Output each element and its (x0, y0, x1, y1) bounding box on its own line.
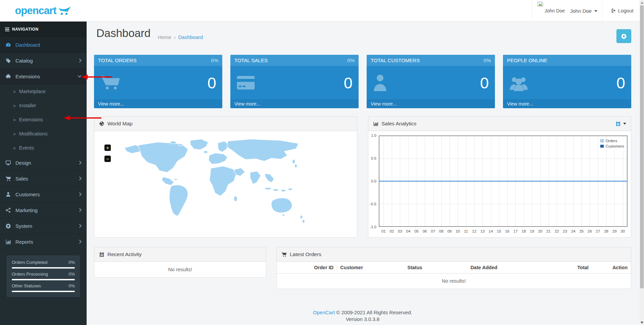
sidebar-item-reports[interactable]: Reports (0, 234, 87, 250)
design-icon (5, 160, 11, 166)
sidebar-item-design[interactable]: Design (0, 155, 87, 171)
sidebar-item-label: Marketing (15, 207, 75, 213)
sales-analytics-panel-header: Sales Analytics (368, 117, 631, 131)
stat-card-percent: 0% (211, 57, 218, 63)
sales-analytics-panel: Sales Analytics 1.00.50.0-0.5-1.0 Orders… (368, 116, 631, 238)
recent-activity-empty-text: No results! (94, 262, 266, 277)
x-tick-label: 13 (480, 229, 485, 233)
world-map-graphic (122, 138, 310, 231)
user-menu-toggle[interactable]: John Doe (570, 8, 597, 14)
sidebar-subitem-marketplace[interactable]: »Marketplace (0, 84, 87, 98)
breadcrumb-separator: › (174, 34, 176, 40)
sidebar-item-sales[interactable]: Sales (0, 171, 87, 187)
top-header-bar: opencart John Doe (0, 0, 640, 22)
world-map[interactable]: + − (94, 131, 357, 237)
x-tick-label: 03 (398, 229, 402, 233)
page-scrollbar[interactable] (640, 0, 644, 325)
stat-value: 0% (68, 260, 75, 265)
y-tick-label: -1.0 (370, 225, 376, 229)
x-tick-label: 05 (414, 229, 419, 233)
sidebar-item-catalog[interactable]: Catalog (0, 53, 87, 69)
scrollbar-thumb[interactable] (640, 5, 644, 288)
opencart-logo[interactable]: opencart (0, 0, 87, 22)
opencart-footer-link[interactable]: OpenCart (313, 310, 335, 315)
map-zoom-in-button[interactable]: + (104, 145, 111, 151)
chevron-right-icon (79, 208, 82, 212)
double-angle-icon: » (13, 131, 16, 136)
calendar-icon (615, 121, 621, 126)
sidebar-item-label: Reports (15, 239, 75, 245)
scrollbar-up-arrow-icon[interactable] (641, 2, 643, 4)
breadcrumb-current-link[interactable]: Dashboard (178, 34, 203, 40)
double-angle-icon: » (13, 103, 16, 108)
recent-activity-panel-header: Recent Activity (94, 247, 266, 262)
sidebar-subitem-installer[interactable]: »Installer (0, 98, 87, 113)
sidebar-menu: DashboardCatalogExtensions»Marketplace»I… (0, 37, 87, 250)
view-more-link[interactable]: View more... (503, 99, 631, 108)
x-tick-label: 15 (497, 229, 501, 233)
user-dropdown[interactable]: John Doe John Doe (536, 1, 600, 21)
sidebar-item-dashboard[interactable]: Dashboard (0, 37, 87, 53)
x-tick-label: 27 (596, 229, 600, 233)
caret-down-icon (594, 10, 597, 12)
stat-card-total-customers: TOTAL CUSTOMERS0%0View more... (367, 55, 495, 108)
user-icon (373, 73, 387, 92)
stat-progress-bar (12, 291, 75, 292)
x-tick-label: 23 (563, 229, 567, 233)
logout-button[interactable]: Logout (608, 0, 636, 21)
legend-entry-orders: Orders (600, 138, 624, 144)
chart-x-axis: 0102030405060708091011121314151617181920… (379, 229, 627, 235)
x-tick-label: 02 (389, 229, 394, 233)
view-more-link[interactable]: View more... (367, 99, 495, 108)
sidebar-item-label: Extensions (15, 74, 73, 79)
chart-gridline (379, 159, 627, 159)
latest-orders-header-row: Order IDCustomerStatusDate AddedTotalAct… (277, 262, 631, 274)
stat-card-header: TOTAL CUSTOMERS0% (367, 55, 495, 66)
stat-value: 0% (68, 283, 75, 288)
sidebar-item-customers[interactable]: Customers (0, 187, 87, 202)
sidebar-item-marketing[interactable]: Marketing (0, 202, 87, 218)
map-zoom-out-button[interactable]: − (104, 156, 111, 162)
logout-label: Logout (618, 8, 634, 13)
x-tick-label: 04 (406, 229, 411, 233)
dashboard-settings-button[interactable] (616, 29, 631, 43)
catalog-icon (5, 58, 11, 64)
logout-icon (611, 8, 616, 13)
sidebar-nav-header: NAVIGATION (0, 22, 87, 37)
stat-card-value: 0 (480, 73, 489, 92)
opencart-admin-page: opencart John Doe (0, 0, 644, 325)
double-angle-icon: » (13, 89, 16, 94)
sidebar-subitem-modifications[interactable]: »Modifications (0, 127, 87, 141)
stat-card-title: PEOPLE ONLINE (507, 57, 547, 63)
users-icon (509, 74, 528, 91)
sidebar-item-extensions[interactable]: Extensions (0, 69, 87, 84)
stat-card-header: TOTAL SALES0% (230, 55, 359, 66)
stat-progress-bar (12, 279, 75, 280)
column-header-total: Total (524, 262, 592, 274)
x-tick-label: 01 (381, 229, 386, 233)
stat-value: 0% (68, 272, 75, 277)
x-tick-label: 29 (612, 229, 617, 233)
x-tick-label: 26 (588, 229, 592, 233)
breadcrumb-home-link[interactable]: Home (158, 34, 171, 40)
sidebar-item-label: System (15, 223, 75, 229)
sidebar-stat-orders-completed: Orders Completed0% (12, 260, 75, 269)
x-tick-label: 17 (513, 229, 518, 233)
logo-text: opencart (15, 5, 56, 17)
nav-header-label: NAVIGATION (12, 27, 39, 32)
sidebar-subitem-label: Marketplace (19, 89, 46, 94)
sidebar-item-system[interactable]: System (0, 218, 87, 234)
stat-card-value: 0 (208, 73, 216, 92)
scrollbar-down-arrow-icon[interactable] (641, 322, 643, 324)
view-more-link[interactable]: View more... (94, 99, 222, 108)
stat-card-header: TOTAL ORDERS0% (94, 55, 222, 66)
latest-orders-empty-row: No results! (277, 274, 631, 289)
x-tick-label: 08 (439, 229, 444, 233)
sales-analytics-title: Sales Analytics (381, 121, 416, 127)
sidebar-subitem-extensions[interactable]: »Extensions (0, 113, 87, 127)
sidebar-subitem-events[interactable]: »Events (0, 141, 87, 155)
analytics-range-dropdown[interactable] (615, 121, 626, 126)
chevron-down-icon (78, 75, 82, 78)
x-tick-label: 11 (464, 229, 468, 233)
view-more-link[interactable]: View more... (230, 99, 359, 108)
